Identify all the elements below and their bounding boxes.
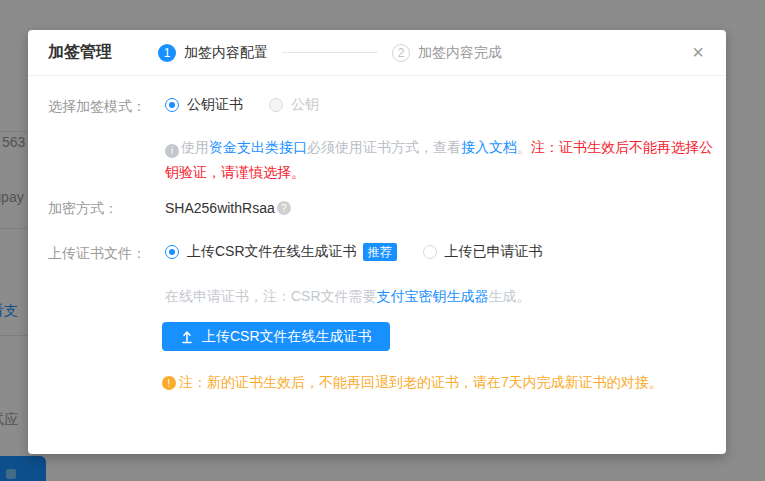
upload-radio-group: 上传CSR文件在线生成证书 推荐 上传已申请证书	[165, 243, 569, 261]
radio-selected-icon[interactable]	[165, 245, 179, 259]
encrypt-method-label: 加密方式：	[48, 200, 160, 218]
encrypt-algorithm: SHA256withRsaa	[165, 200, 275, 216]
radio-public-key-cert-label: 公钥证书	[187, 96, 243, 114]
step-1: 1 加签内容配置	[158, 44, 268, 62]
radio-disabled-icon[interactable]	[269, 98, 283, 112]
info-icon: i	[165, 144, 179, 158]
info-text-1: 使用	[181, 139, 209, 155]
cert-switch-note-text: 注：新的证书生效后，不能再回退到老的证书，请在7天内完成新证书的对接。	[179, 374, 663, 392]
fund-expense-api-link[interactable]: 资金支出类接口	[209, 139, 307, 155]
radio-upload-applied[interactable]: 上传已申请证书	[423, 243, 543, 261]
warning-icon: !	[162, 376, 176, 390]
question-icon[interactable]: ?	[277, 201, 291, 215]
close-icon[interactable]: ×	[686, 40, 710, 64]
upload-csr-button-label: 上传CSR文件在线生成证书	[202, 328, 372, 346]
step-2: 2 加签内容完成	[392, 44, 502, 62]
radio-selected-icon[interactable]	[165, 98, 179, 112]
upload-help-2: 生成。	[489, 288, 531, 304]
upload-icon	[180, 330, 194, 344]
recommended-badge: 推荐	[363, 243, 397, 261]
radio-public-key-label: 公钥	[291, 96, 319, 114]
info-text-2: 必须使用证书方式，查看	[307, 139, 461, 155]
upload-csr-button[interactable]: 上传CSR文件在线生成证书	[162, 322, 390, 351]
sign-management-dialog: 加签管理 1 加签内容配置 2 加签内容完成 × 选择加签模式： 公钥证书 公钥…	[28, 30, 726, 454]
access-doc-link[interactable]: 接入文档	[461, 139, 517, 155]
sign-mode-label: 选择加签模式：	[48, 98, 160, 116]
encrypt-method-value: SHA256withRsaa ?	[165, 200, 291, 216]
radio-upload-applied-label: 上传已申请证书	[445, 243, 543, 261]
sign-mode-radio-group: 公钥证书 公钥	[165, 96, 345, 114]
step-2-circle: 2	[392, 44, 410, 62]
upload-help-1: 在线申请证书，注：CSR文件需要	[165, 288, 377, 304]
radio-public-key-cert[interactable]: 公钥证书	[165, 96, 243, 114]
step-indicator: 1 加签内容配置 2 加签内容完成	[158, 44, 502, 62]
radio-unselected-icon[interactable]	[423, 245, 437, 259]
step-2-label: 加签内容完成	[418, 44, 502, 62]
step-1-circle: 1	[158, 44, 176, 62]
step-connector	[282, 52, 378, 53]
dialog-title: 加签管理	[48, 42, 112, 63]
dialog-header: 加签管理 1 加签内容配置 2 加签内容完成 ×	[28, 30, 726, 76]
step-1-label: 加签内容配置	[184, 44, 268, 62]
cert-switch-note: ! 注：新的证书生效后，不能再回退到老的证书，请在7天内完成新证书的对接。	[162, 374, 663, 392]
key-generator-link[interactable]: 支付宝密钥生成器	[377, 288, 489, 304]
radio-upload-csr[interactable]: 上传CSR文件在线生成证书 推荐	[165, 243, 397, 261]
sign-mode-info: i使用资金支出类接口必须使用证书方式，查看接入文档。注：证书生效后不能再选择公钥…	[165, 135, 717, 185]
upload-help-text: 在线申请证书，注：CSR文件需要支付宝密钥生成器生成。	[165, 288, 531, 306]
info-text-3: 。	[517, 139, 531, 155]
upload-cert-label: 上传证书文件：	[48, 245, 160, 263]
radio-public-key[interactable]: 公钥	[269, 96, 319, 114]
radio-upload-csr-label: 上传CSR文件在线生成证书	[187, 243, 357, 261]
